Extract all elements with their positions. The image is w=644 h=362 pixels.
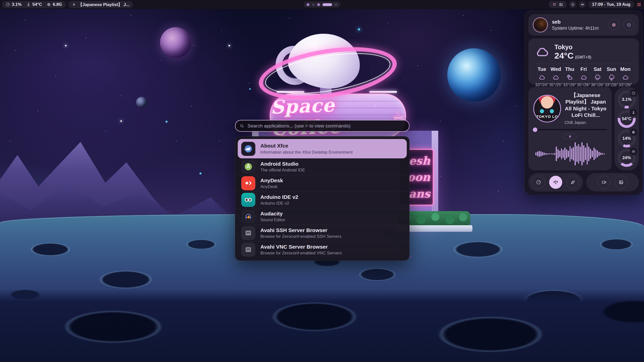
media-player-card: TOKYO LO 【Japanese Playlist】 Japan All N… bbox=[529, 87, 612, 170]
visualizer-bar bbox=[578, 144, 579, 164]
result-row-about-xfce[interactable]: About XfceInformation about the Xfce Des… bbox=[238, 139, 407, 158]
visualizer-bar bbox=[583, 145, 584, 162]
gauge-icon bbox=[536, 179, 541, 185]
audio-visualizer bbox=[533, 142, 607, 165]
visualizer-bar bbox=[571, 148, 572, 159]
leaf-icon bbox=[570, 179, 576, 185]
cat-icon[interactable] bbox=[552, 2, 557, 7]
workspace-dot-1[interactable] bbox=[307, 3, 309, 6]
system-stats-pill[interactable]: 3.1%54°C6.8G bbox=[2, 1, 66, 8]
visualizer-bar bbox=[570, 146, 571, 162]
result-row-avahi-vnc-server-browser[interactable]: Avahi VNC Server BrowserBrowse for Zeroc… bbox=[235, 241, 409, 258]
profile-performance-button[interactable] bbox=[532, 176, 545, 189]
visualizer-bar bbox=[575, 142, 576, 165]
forecast-sun: Sun33°/26° bbox=[605, 66, 618, 87]
workspace-dot-3[interactable] bbox=[317, 3, 320, 6]
system-gauges: 3.1%54°C14%24% bbox=[615, 87, 639, 170]
screen-record-button[interactable] bbox=[597, 176, 611, 189]
forecast-temps: 33°/26° bbox=[619, 83, 632, 87]
power-icon bbox=[626, 22, 631, 27]
pause-button[interactable] bbox=[563, 133, 577, 140]
profile-power-saver-button[interactable] bbox=[566, 176, 579, 189]
screenshot-button[interactable] bbox=[615, 176, 628, 189]
settings-button[interactable] bbox=[608, 19, 619, 30]
visualizer-bar bbox=[554, 153, 555, 155]
volume-button[interactable] bbox=[579, 1, 586, 8]
user-name: seb bbox=[552, 19, 604, 25]
system-uptime: System Uptime: 4h11m bbox=[552, 26, 604, 31]
power-button[interactable] bbox=[623, 19, 634, 30]
result-title: Avahi SSH Server Browser bbox=[260, 227, 341, 234]
result-row-avahi-ssh-server-browser[interactable]: Avahi SSH Server BrowserBrowse for Zeroc… bbox=[235, 225, 409, 241]
panel-bottom-row bbox=[529, 173, 639, 191]
stat-gauge: 3.1% bbox=[6, 2, 22, 7]
thermo-icon bbox=[631, 111, 635, 115]
media-pill-label: 【Japanese Playlist】 J... bbox=[78, 2, 130, 8]
tray-pill[interactable] bbox=[549, 1, 567, 8]
result-row-arduino-ide-v2[interactable]: Arduino IDE v2Arduino IDE v2 bbox=[235, 192, 409, 208]
notifications-button[interactable] bbox=[569, 1, 576, 8]
gauge-badge bbox=[630, 89, 637, 97]
overview-grid-icon[interactable] bbox=[636, 2, 641, 7]
seek-knob[interactable] bbox=[533, 127, 537, 132]
result-description: Browse for Zeroconf-enabled VNC Servers bbox=[260, 251, 342, 256]
stat-value: 6.8G bbox=[53, 2, 62, 7]
video-icon bbox=[601, 179, 607, 185]
forecast-sat: Sat36°/26° bbox=[591, 66, 604, 87]
neon-sign-text: oon bbox=[407, 172, 430, 183]
visualizer-bar bbox=[539, 151, 540, 157]
forecast-mon: Mon33°/26° bbox=[619, 66, 632, 87]
workspace-dot-2[interactable] bbox=[312, 3, 315, 6]
album-art: TOKYO LO bbox=[533, 95, 561, 122]
stat-value: 3.1% bbox=[12, 2, 22, 7]
foreground-craters bbox=[0, 289, 644, 362]
search-input[interactable] bbox=[247, 123, 405, 129]
clock-pill[interactable]: 17:09 - Tue, 19 Aug bbox=[588, 1, 634, 8]
weather-header: Tokyo 24°C (GMT+9) bbox=[534, 44, 633, 61]
gauge-chip: 14% bbox=[618, 129, 636, 148]
chip-icon bbox=[47, 2, 51, 7]
forecast-tue: Tue33°/24° bbox=[535, 66, 548, 87]
workspace-dot-4[interactable] bbox=[323, 3, 332, 6]
visualizer-bar bbox=[557, 149, 559, 158]
gauge-disk: 24% bbox=[618, 149, 636, 167]
profile-balanced-button[interactable] bbox=[549, 176, 562, 189]
visualizer-bar bbox=[600, 153, 601, 155]
visualizer-bar bbox=[564, 148, 566, 160]
gauge-badge bbox=[630, 109, 637, 116]
visualizer-bar bbox=[537, 152, 538, 156]
result-row-audacity[interactable]: AudacitySound Editor bbox=[235, 208, 409, 225]
stat-chip: 6.8G bbox=[47, 2, 62, 7]
cloud-icon bbox=[552, 74, 559, 81]
search-results-list: About XfceInformation about the Xfce Des… bbox=[235, 136, 410, 261]
chip-icon bbox=[631, 130, 635, 134]
user-card: seb System Uptime: 4h11m bbox=[529, 14, 639, 35]
forecast-day: Mon bbox=[620, 66, 630, 72]
forecast-wed: Wed35°/25° bbox=[549, 66, 562, 87]
visualizer-bar bbox=[595, 149, 596, 159]
thermo-icon bbox=[26, 2, 31, 7]
xfce-app-icon bbox=[241, 142, 255, 156]
weather-timezone: (GMT+9) bbox=[575, 55, 591, 60]
seek-track bbox=[533, 129, 607, 130]
result-title: Avahi VNC Server Browser bbox=[260, 244, 342, 250]
neon-sign-text: ans bbox=[409, 188, 430, 199]
weather-card: Tokyo 24°C (GMT+9) Tue33°/24°Wed35°/25°T… bbox=[529, 38, 639, 84]
visualizer-bar bbox=[573, 147, 574, 161]
visualizer-bar bbox=[580, 147, 581, 161]
stat-value: 54°C bbox=[32, 2, 42, 7]
search-icon bbox=[239, 123, 245, 128]
audacity-app-icon bbox=[241, 209, 255, 223]
power-profiles bbox=[529, 173, 583, 191]
seek-bar[interactable] bbox=[533, 129, 607, 131]
media-pill[interactable]: 【Japanese Playlist】 J... bbox=[68, 1, 133, 8]
search-bar[interactable] bbox=[235, 120, 410, 132]
workspace-switcher[interactable] bbox=[304, 2, 340, 8]
gauge-badge bbox=[630, 128, 637, 136]
result-title: Android Studio bbox=[260, 161, 305, 167]
image-icon[interactable] bbox=[559, 2, 563, 7]
result-row-anydesk[interactable]: AnyDeskAnyDesk bbox=[235, 175, 409, 192]
result-row-android-studio[interactable]: Android StudioThe official Android IDE bbox=[235, 158, 409, 175]
image-icon bbox=[618, 179, 624, 185]
workspace-dot-5[interactable] bbox=[335, 3, 337, 6]
